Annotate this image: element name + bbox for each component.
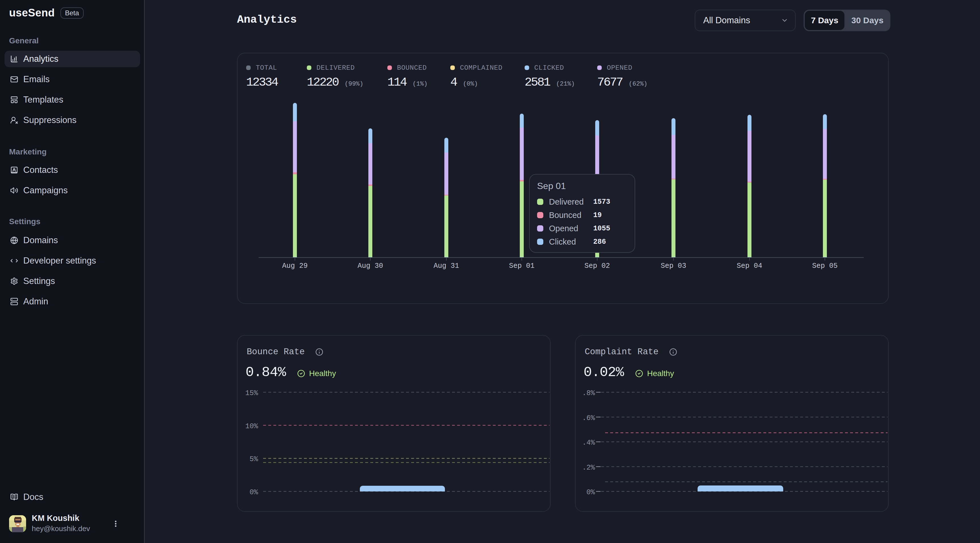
svg-text:Sep 04: Sep 04 — [737, 262, 762, 270]
svg-text:0%: 0% — [586, 488, 595, 497]
svg-text:0%: 0% — [250, 488, 258, 497]
svg-text:Sep 03: Sep 03 — [661, 262, 686, 270]
svg-text:Aug 30: Aug 30 — [358, 262, 383, 270]
svg-text:Sep 01: Sep 01 — [509, 262, 535, 270]
svg-text:.4%: .4% — [582, 439, 595, 447]
svg-text:.6%: .6% — [582, 414, 595, 422]
svg-text:10%: 10% — [245, 422, 258, 430]
svg-text:.8%: .8% — [582, 389, 595, 397]
svg-text:Sep 05: Sep 05 — [812, 262, 838, 270]
svg-text:5%: 5% — [250, 455, 258, 464]
svg-text:Aug 31: Aug 31 — [434, 262, 459, 270]
svg-text:15%: 15% — [245, 389, 258, 397]
svg-text:.2%: .2% — [582, 464, 595, 472]
svg-text:Sep 02: Sep 02 — [584, 262, 610, 270]
svg-text:Aug 29: Aug 29 — [282, 262, 308, 270]
